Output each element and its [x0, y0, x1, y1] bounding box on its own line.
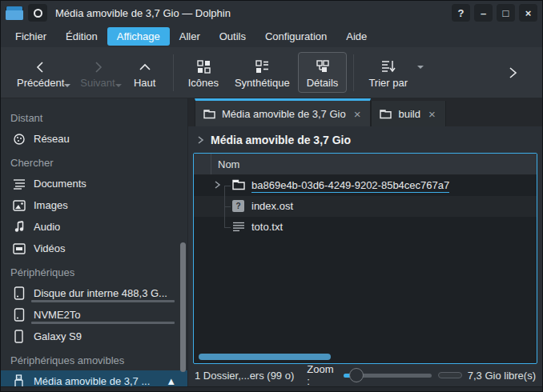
expand-chevron-icon[interactable]	[213, 179, 221, 190]
chevron-right-icon	[507, 66, 518, 79]
view-icons-label: Icônes	[188, 77, 219, 89]
view-compact-button[interactable]: Synthétique	[227, 53, 298, 92]
sidebar-item-images[interactable]: Images	[1, 194, 187, 216]
forward-button[interactable]: Suivant	[72, 53, 123, 92]
file-name[interactable]: index.ost	[251, 200, 293, 212]
tab-close-icon[interactable]: ×	[352, 107, 363, 121]
tab-bar: Média amovible de 3,7 Gio × build ×	[188, 98, 542, 126]
zoom-label: Zoom :	[307, 363, 339, 387]
window-badge-icon[interactable]	[28, 4, 47, 22]
folder-icon	[380, 109, 392, 119]
sort-by-label: Trier par	[368, 77, 408, 89]
toolbar-separator	[353, 54, 354, 91]
sidebar-item-media-amovible[interactable]: Média amovible de 3,7 ... ▲	[1, 370, 187, 386]
horizontal-scrollbar[interactable]	[199, 354, 331, 360]
up-label: Haut	[134, 77, 155, 89]
sidebar-item-audio[interactable]: Audio	[1, 216, 187, 238]
menu-aller[interactable]: Aller	[170, 27, 210, 46]
sort-menu-caret-icon[interactable]	[417, 66, 424, 69]
file-row-toto-txt[interactable]: toto.txt	[194, 217, 537, 238]
file-view[interactable]: Nom ba869e4b-03d6-4249-9202-85b4ce	[193, 153, 537, 364]
file-name[interactable]: toto.txt	[251, 221, 283, 233]
hard-drive-icon	[12, 308, 26, 322]
toolbar: Précédent Suivant Haut	[1, 47, 542, 98]
chevron-right-icon	[196, 135, 204, 145]
chevron-right-icon	[91, 56, 104, 74]
section-header-peripheriques: Périphériques	[1, 259, 187, 282]
view-details-button[interactable]: Détails	[298, 52, 348, 93]
column-header-spacer	[194, 154, 211, 174]
sidebar-item-label: Réseau	[34, 133, 70, 145]
toolbar-separator	[173, 54, 174, 91]
hard-drive-icon	[12, 286, 26, 300]
back-button[interactable]: Précédent	[9, 53, 72, 92]
breadcrumb-location[interactable]: Média amovible de 3,7 Gio	[211, 134, 351, 146]
titlebar[interactable]: Média amovible de 3,7 Gio — Dolphin ? – …	[1, 1, 542, 25]
tab-build[interactable]: build ×	[371, 101, 445, 126]
sort-by-button[interactable]: Trier par	[360, 53, 416, 92]
sidebar-item-documents[interactable]: Documents	[1, 173, 187, 194]
sidebar-item-label: NVME2To	[34, 309, 81, 321]
file-row-index-ost[interactable]: ? index.ost	[194, 196, 537, 217]
zoom-slider-handle[interactable]	[349, 368, 364, 382]
close-button[interactable]: ×	[519, 4, 537, 22]
forward-label: Suivant	[80, 77, 115, 89]
eject-icon[interactable]: ▲	[166, 375, 181, 386]
maximize-button[interactable]: □	[497, 4, 515, 22]
view-details-label: Détails	[307, 77, 339, 89]
sidebar-item-label: Documents	[34, 178, 86, 190]
section-header-chercher: Chercher	[1, 150, 187, 173]
help-button[interactable]: ?	[452, 4, 470, 22]
videos-icon	[12, 243, 26, 254]
icons-view-icon	[196, 56, 211, 74]
sidebar-item-disque-interne[interactable]: Disque dur interne 488,3 G...	[1, 282, 187, 304]
tab-label: Média amovible de 3,7 Gio	[222, 108, 346, 120]
tab-close-icon[interactable]: ×	[427, 107, 437, 121]
sidebar-scrollbar[interactable]	[180, 242, 186, 372]
column-header-row: Nom	[194, 154, 537, 175]
up-button[interactable]: Haut	[123, 53, 167, 92]
capacity-bar	[31, 300, 175, 302]
capacity-bar	[31, 322, 175, 324]
text-file-icon	[232, 221, 245, 232]
view-icons-button[interactable]: Icônes	[180, 53, 227, 92]
menu-outils[interactable]: Outils	[210, 27, 255, 46]
back-menu-caret-icon	[64, 84, 70, 87]
sidebar-item-label: Vidéos	[34, 242, 66, 254]
dolphin-window: Média amovible de 3,7 Gio — Dolphin ? – …	[0, 0, 543, 392]
unknown-file-icon: ?	[232, 200, 244, 212]
images-icon	[12, 200, 26, 211]
menu-edition[interactable]: Édition	[56, 27, 107, 46]
menu-affichage[interactable]: Affichage	[107, 27, 170, 46]
forward-menu-caret-icon	[115, 84, 122, 87]
sidebar-item-nvme2to[interactable]: NVME2To	[1, 304, 187, 326]
menu-configuration[interactable]: Configuration	[255, 27, 336, 46]
menu-aide[interactable]: Aide	[336, 27, 376, 46]
breadcrumb[interactable]: Média amovible de 3,7 Gio	[188, 126, 542, 153]
sidebar-item-reseau[interactable]: Réseau	[1, 128, 187, 150]
status-bar: 1 Dossier,...ers (99 o) Zoom : 7,3 Gio l…	[188, 364, 542, 386]
tab-media-amovible[interactable]: Média amovible de 3,7 Gio ×	[195, 98, 371, 126]
places-panel: Distant Réseau Chercher	[1, 98, 188, 386]
sidebar-item-videos[interactable]: Vidéos	[1, 238, 187, 259]
compact-view-icon	[255, 56, 269, 74]
chevron-up-icon	[139, 56, 151, 74]
minimize-button[interactable]: –	[474, 4, 493, 22]
chevron-left-icon	[34, 56, 47, 74]
view-compact-label: Synthétique	[235, 77, 290, 89]
file-row-folder[interactable]: ba869e4b-03d6-4249-9202-85b4cec767a7	[194, 175, 537, 196]
tab-label: build	[398, 108, 420, 120]
file-name[interactable]: ba869e4b-03d6-4249-9202-85b4cec767a7	[251, 179, 449, 193]
zoom-slider[interactable]	[344, 367, 432, 383]
menu-fichier[interactable]: Fichier	[6, 27, 56, 46]
column-header-nom[interactable]: Nom	[211, 158, 239, 170]
sort-icon	[380, 56, 396, 74]
toolbar-overflow-button[interactable]	[491, 62, 534, 84]
window-title: Média amovible de 3,7 Gio — Dolphin	[55, 7, 231, 19]
details-view-icon	[316, 56, 330, 74]
sidebar-item-label: Images	[34, 199, 68, 211]
network-icon	[12, 133, 26, 146]
sidebar-item-label: Audio	[34, 221, 60, 233]
sidebar-item-label: Média amovible de 3,7 ...	[34, 375, 150, 386]
sidebar-item-galaxy-s9[interactable]: Galaxy S9	[1, 326, 187, 347]
